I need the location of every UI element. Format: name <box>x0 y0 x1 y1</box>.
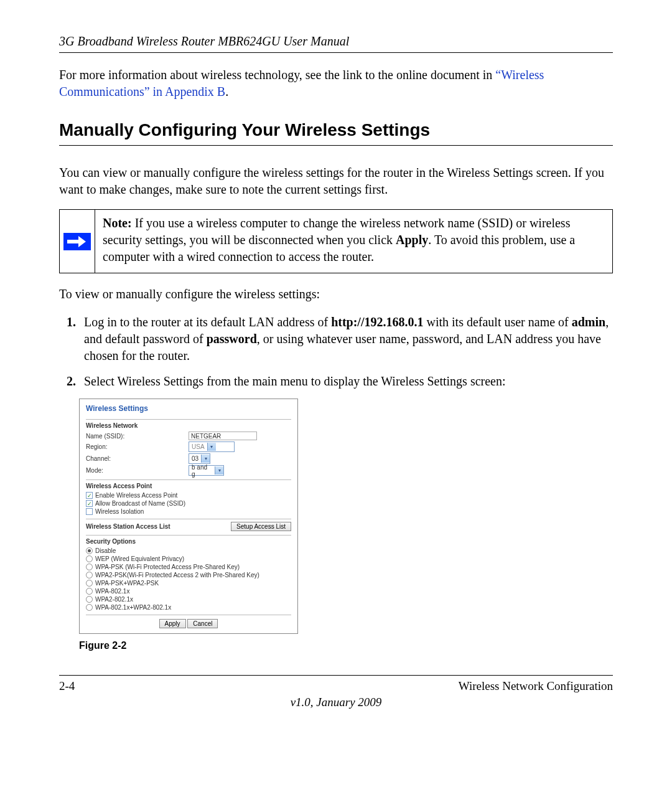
section-heading: Manually Configuring Your Wireless Setti… <box>59 120 613 146</box>
ss-access-point-section: Wireless Access Point ✓ Enable Wireless … <box>86 479 291 515</box>
security-wpa2-8021x-label: WPA2-802.1x <box>95 596 133 603</box>
note-label: Note: <box>103 216 132 230</box>
step1-pre: Log in to the router at its default LAN … <box>84 315 331 329</box>
mode-select[interactable]: b and g ▾ <box>189 465 224 476</box>
step1-mid1: with its default user name of <box>423 315 571 329</box>
step1-admin: admin <box>572 315 605 329</box>
security-wep-label: WEP (Wired Equivalent Privacy) <box>95 555 184 562</box>
note-apply-bold: Apply <box>396 233 428 247</box>
security-both-8021x-radio[interactable] <box>86 604 93 611</box>
body-paragraph: You can view or manually configure the w… <box>59 164 613 198</box>
step-2: Select Wireless Settings from the main m… <box>79 373 613 390</box>
broadcast-ssid-label: Allow Broadcast of Name (SSID) <box>95 500 185 507</box>
note-icon-cell <box>60 210 95 273</box>
enable-ap-checkbox[interactable]: ✓ <box>86 492 93 499</box>
ss-station-heading: Wireless Station Access List <box>86 523 170 530</box>
security-disable-radio[interactable] <box>86 547 93 554</box>
region-value: USA <box>189 443 207 450</box>
step1-password: password <box>207 332 257 346</box>
security-both-8021x-label: WPA-802.1x+WPA2-802.1x <box>95 604 171 611</box>
step-1: Log in to the router at its default LAN … <box>79 314 613 364</box>
manual-page: 3G Broadband Wireless Router MBR624GU Us… <box>0 0 672 734</box>
wireless-settings-screenshot: Wireless Settings Wireless Network Name … <box>79 399 298 634</box>
security-wpa-psk-label: WPA-PSK (Wi-Fi Protected Access Pre-Shar… <box>95 564 240 570</box>
broadcast-ssid-checkbox[interactable]: ✓ <box>86 500 93 507</box>
note-box: Note: If you use a wireless computer to … <box>59 209 613 273</box>
mode-value: b and g <box>189 464 215 478</box>
step1-url: http://192.168.0.1 <box>331 315 423 329</box>
ss-region-label: Region: <box>86 443 189 450</box>
ss-title: Wireless Settings <box>80 399 297 415</box>
footer-chapter: Wireless Network Configuration <box>459 679 613 693</box>
wireless-isolation-checkbox[interactable] <box>86 508 93 515</box>
security-wpa2-8021x-radio[interactable] <box>86 596 93 603</box>
chevron-down-icon: ▾ <box>207 443 216 451</box>
region-select[interactable]: USA ▾ <box>189 441 235 452</box>
intro-text-suffix: . <box>225 85 228 98</box>
setup-access-list-button[interactable]: Setup Access List <box>231 522 291 531</box>
enable-ap-label: Enable Wireless Access Point <box>95 492 177 499</box>
ss-wireless-network-section: Wireless Network Name (SSID): NETGEAR Re… <box>86 419 291 476</box>
intro-text-prefix: For more information about wireless tech… <box>59 68 495 82</box>
security-wpa2-psk-label: WPA2-PSK(Wi-Fi Protected Access 2 with P… <box>95 572 259 578</box>
ss-station-access-section: Wireless Station Access List Setup Acces… <box>86 519 291 531</box>
security-wpa-wpa2-psk-radio[interactable] <box>86 580 93 587</box>
security-wpa-8021x-label: WPA-802.1x <box>95 588 129 595</box>
ss-security-section: Security Options Disable WEP (Wired Equi… <box>86 535 291 611</box>
chevron-down-icon: ▾ <box>201 455 210 463</box>
security-wpa-8021x-radio[interactable] <box>86 588 93 595</box>
apply-button[interactable]: Apply <box>159 619 186 628</box>
security-wpa-psk-radio[interactable] <box>86 564 93 570</box>
channel-select[interactable]: 03 ▾ <box>189 453 210 464</box>
running-header: 3G Broadband Wireless Router MBR624GU Us… <box>59 34 613 53</box>
wireless-isolation-label: Wireless Isolation <box>95 508 144 515</box>
footer-version: v1.0, January 2009 <box>59 696 613 709</box>
cancel-button[interactable]: Cancel <box>187 619 218 628</box>
ss-network-heading: Wireless Network <box>86 422 291 429</box>
chevron-down-icon: ▾ <box>215 466 223 474</box>
arrow-right-icon <box>63 233 91 250</box>
footer-page-number: 2-4 <box>59 679 75 693</box>
ss-mode-label: Mode: <box>86 467 189 474</box>
page-footer: 2-4 Wireless Network Configuration <box>59 675 613 693</box>
ssid-input[interactable]: NETGEAR <box>189 432 257 440</box>
ss-channel-label: Channel: <box>86 455 189 462</box>
note-text: Note: If you use a wireless computer to … <box>95 210 612 273</box>
ss-security-heading: Security Options <box>86 538 291 545</box>
step2-text: Select Wireless Settings from the main m… <box>84 374 506 388</box>
steps-list: Log in to the router at its default LAN … <box>59 314 613 390</box>
security-wep-radio[interactable] <box>86 555 93 562</box>
intro-paragraph: For more information about wireless tech… <box>59 67 613 100</box>
ss-name-label: Name (SSID): <box>86 433 189 440</box>
ss-ap-heading: Wireless Access Point <box>86 483 291 489</box>
security-disable-label: Disable <box>95 547 116 554</box>
channel-value: 03 <box>189 455 201 462</box>
steps-intro: To view or manually configure the wirele… <box>59 286 613 303</box>
ss-button-row: Apply Cancel <box>86 615 291 633</box>
figure-label: Figure 2-2 <box>79 640 613 651</box>
security-wpa2-psk-radio[interactable] <box>86 572 93 578</box>
security-wpa-wpa2-psk-label: WPA-PSK+WPA2-PSK <box>95 580 159 587</box>
